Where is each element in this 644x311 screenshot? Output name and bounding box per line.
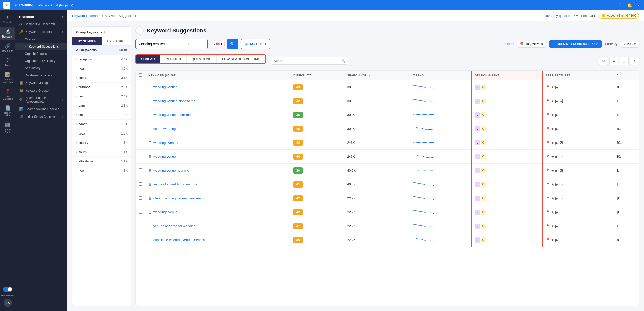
select-all-checkbox[interactable] bbox=[139, 73, 142, 77]
add-keyword-icon[interactable]: ⊕ bbox=[148, 112, 152, 117]
keyword-link[interactable]: wedding venues bbox=[153, 85, 177, 89]
group-item-near[interactable]: › near 3.6K bbox=[72, 64, 131, 73]
keyword-link[interactable]: weddings venues bbox=[153, 141, 179, 145]
group-item-county[interactable]: › county 1.1K bbox=[72, 138, 131, 147]
row-checkbox[interactable] bbox=[139, 113, 142, 116]
user-avatar[interactable]: DA bbox=[4, 299, 12, 307]
back-button[interactable]: ← bbox=[135, 26, 144, 35]
tab-related[interactable]: RELATED bbox=[160, 55, 186, 63]
keyword-link[interactable]: weddings venue bbox=[153, 210, 177, 214]
copy-button[interactable]: ⧉ bbox=[599, 57, 608, 65]
row-checkbox[interactable] bbox=[139, 238, 142, 241]
group-all-keywords[interactable]: All keywords 68.1K bbox=[72, 46, 131, 55]
group-item-new[interactable]: › new 1K bbox=[72, 166, 131, 175]
add-keyword-icon[interactable]: ⊕ bbox=[148, 224, 152, 228]
feedback-button[interactable]: Feedback bbox=[581, 14, 596, 18]
keyword-link[interactable]: venue wedding bbox=[153, 127, 176, 131]
row-checkbox[interactable] bbox=[139, 210, 142, 214]
row-checkbox[interactable] bbox=[139, 85, 142, 88]
col-search-vol-header[interactable]: SEARCH VOL. bbox=[344, 71, 410, 80]
add-keyword-icon[interactable]: ⊕ bbox=[148, 99, 152, 103]
add-keyword-icon[interactable]: ⊕ bbox=[148, 168, 152, 173]
sidebar-item-backlinks[interactable]: 🔗 Backlinks bbox=[0, 41, 15, 55]
keyword-link[interactable]: venues near me for wedding bbox=[153, 224, 196, 228]
sidebar-item-index-status[interactable]: 🔎 Index Status Checker › bbox=[15, 113, 67, 121]
clear-search-icon[interactable]: ✕ bbox=[187, 42, 190, 46]
group-item-best[interactable]: › best 2.4K bbox=[72, 92, 131, 101]
new-menu-toggle[interactable] bbox=[3, 287, 12, 292]
bulk-keyword-analysis-button[interactable]: ⊞ BULK KEYWORD ANALYSIS bbox=[549, 40, 602, 48]
sidebar-item-organic-results[interactable]: Organic Results bbox=[15, 50, 67, 57]
keyword-link[interactable]: venues for weddings near me bbox=[153, 182, 197, 186]
group-item-area[interactable]: › area 1.2K bbox=[72, 129, 131, 138]
group-item-reception[interactable]: › reception 4.4K bbox=[72, 55, 131, 64]
group-item-small[interactable]: › small 1.9K bbox=[72, 110, 131, 120]
row-checkbox[interactable] bbox=[139, 155, 142, 158]
group-item-barn[interactable]: › barn 2.1K bbox=[72, 101, 131, 110]
row-checkbox[interactable] bbox=[139, 196, 142, 200]
group-item-cheap[interactable]: › cheap 3.1K bbox=[72, 73, 131, 83]
sidebar-item-projects[interactable]: ⊞ Projects bbox=[0, 12, 15, 26]
search-button[interactable]: 🔍 bbox=[227, 39, 238, 49]
sidebar-item-report[interactable]: 📄 ReportBuilder bbox=[0, 103, 15, 119]
group-item-affordable[interactable]: › affordable 1.1K bbox=[72, 157, 131, 166]
sidebar-item-search-engine[interactable]: 🔍 Search Engine Autocomplete › bbox=[15, 94, 67, 105]
date-picker[interactable]: 📅 July 2024 ▾ bbox=[517, 41, 546, 48]
row-checkbox[interactable] bbox=[139, 224, 142, 227]
row-checkbox[interactable] bbox=[139, 127, 142, 130]
add-to-button[interactable]: ⊞ BULK KEYWORD ANALYSIS ADD TO ▾ bbox=[241, 39, 270, 49]
google-region-selector[interactable]: G 🇺🇸 ▾ bbox=[210, 41, 225, 47]
keyword-link[interactable]: affordable wedding venues near me bbox=[153, 238, 206, 242]
table-search-input[interactable] bbox=[274, 59, 340, 63]
group-item-south[interactable]: › south 1.1K bbox=[72, 147, 131, 157]
add-keyword-icon[interactable]: ⊕ bbox=[148, 85, 152, 90]
toggle-by-volume[interactable]: BY VOLUME bbox=[102, 37, 131, 45]
row-checkbox[interactable] bbox=[139, 182, 142, 186]
sidebar-item-keyword-grouper[interactable]: 📁 Keyword Grouper › bbox=[15, 87, 67, 94]
sidebar-item-research[interactable]: 🔬 Research bbox=[0, 27, 15, 40]
toggle-by-number[interactable]: BY NUMBER bbox=[72, 37, 102, 45]
currency-picker[interactable]: $ USD ▾ bbox=[620, 41, 639, 48]
more-icon[interactable]: ⋯ bbox=[636, 2, 641, 8]
keyword-link[interactable]: wedding venue bbox=[153, 155, 176, 158]
group-item-outdoor[interactable]: › outdoor 2.6K bbox=[72, 83, 131, 92]
search-input[interactable] bbox=[139, 42, 185, 46]
add-keyword-icon[interactable]: ⊕ bbox=[148, 237, 152, 242]
sidebar-item-agency[interactable]: 🏢 AgencyPack bbox=[0, 120, 15, 136]
keyword-link[interactable]: wedding venue near me bbox=[153, 168, 189, 172]
bell-icon[interactable]: 🔔 bbox=[627, 3, 632, 8]
tab-similar[interactable]: SIMILAR bbox=[136, 55, 160, 63]
sidebar-item-ads-history[interactable]: Ads History bbox=[15, 65, 67, 72]
sidebar-item-keyword-research[interactable]: 🔑 Keyword Research ∧ bbox=[15, 28, 67, 36]
tab-questions[interactable]: QUESTIONS bbox=[187, 55, 217, 63]
keyword-link[interactable]: wedding venues near me bbox=[153, 113, 191, 117]
export-button[interactable]: ↑ bbox=[630, 57, 639, 65]
row-checkbox[interactable] bbox=[139, 99, 142, 102]
sidebar-item-local[interactable]: 📍 LocalMarketing bbox=[0, 86, 15, 102]
group-item-beach[interactable]: › beach 1.5K bbox=[72, 120, 131, 129]
sidebar-item-organic-serp[interactable]: Organic SERP History bbox=[15, 57, 67, 65]
add-keyword-icon[interactable]: ⊕ bbox=[148, 126, 152, 131]
sidebar-collapse-arrow[interactable]: ◀ bbox=[61, 15, 63, 18]
add-keyword-icon[interactable]: ⊕ bbox=[148, 182, 152, 187]
columns-button[interactable]: ⊞ bbox=[620, 57, 629, 65]
add-keyword-icon[interactable]: ⊕ bbox=[148, 196, 152, 201]
tab-low-search-volume[interactable]: LOW SEARCH VOLUME bbox=[217, 55, 265, 63]
sidebar-item-keyword-manager[interactable]: 📋 Keyword Manager bbox=[15, 79, 67, 87]
sidebar-item-database-expansion[interactable]: Database Expansion bbox=[15, 72, 67, 79]
sidebar-item-overview[interactable]: Overview bbox=[15, 36, 67, 43]
keyword-link[interactable]: cheap wedding venues near me bbox=[153, 196, 201, 200]
add-keyword-icon[interactable]: ⊕ bbox=[148, 154, 152, 159]
add-keyword-icon[interactable]: ⊕ bbox=[148, 210, 152, 215]
info-icon[interactable]: ℹ bbox=[104, 31, 105, 34]
sidebar-item-audit[interactable]: 🛡 Audit bbox=[0, 56, 15, 69]
row-checkbox[interactable] bbox=[139, 168, 142, 172]
filter-button[interactable]: ≡ bbox=[609, 57, 618, 65]
keyword-link[interactable]: wedding venues close to me bbox=[153, 99, 196, 103]
help-link[interactable]: Have any questions? ▾ bbox=[544, 14, 578, 18]
add-keyword-icon[interactable]: ⊕ bbox=[148, 140, 152, 145]
sidebar-item-competitive[interactable]: ⚙ Competitive Research › bbox=[15, 20, 67, 28]
sidebar-item-search-volume[interactable]: 📊 Search Volume Checker › bbox=[15, 105, 67, 113]
row-checkbox[interactable] bbox=[139, 141, 142, 144]
sidebar-item-content[interactable]: 📝 ContentMarketing bbox=[0, 70, 15, 85]
